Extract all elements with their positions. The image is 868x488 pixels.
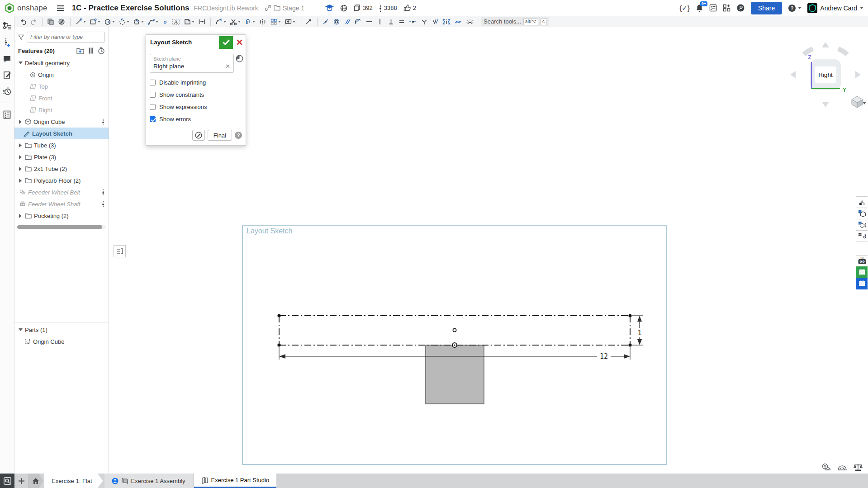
copies-stat[interactable]: 392 xyxy=(354,5,373,11)
final-button[interactable]: Final xyxy=(208,130,232,141)
option-disable-imprinting[interactable]: Disable imprinting xyxy=(146,76,246,89)
sketch-settings-tool[interactable] xyxy=(57,18,67,26)
origin-cube-section[interactable] xyxy=(426,345,484,404)
feature-row-origin-cube[interactable]: Origin Cube xyxy=(14,116,109,128)
feature-row-2x1-tube-folder[interactable]: 2x1 Tube (2) xyxy=(14,163,109,175)
apps-grid-icon[interactable] xyxy=(723,4,730,12)
perpendicular-constraint[interactable] xyxy=(386,18,396,26)
circle-tool[interactable] xyxy=(103,18,116,26)
feature-row-origin[interactable]: Origin xyxy=(14,69,109,81)
panel-toggle-button[interactable] xyxy=(114,245,126,257)
custom-tables-icon[interactable] xyxy=(2,109,12,120)
measure-tool[interactable] xyxy=(304,18,314,26)
rollback-clock-icon[interactable] xyxy=(98,47,105,54)
option-show-expressions[interactable]: Show expressions xyxy=(146,101,246,113)
point-tool[interactable] xyxy=(161,18,170,26)
vertical-constraint[interactable] xyxy=(375,18,385,26)
rollback-clock-icon[interactable] xyxy=(236,55,243,62)
sketch-geometry[interactable]: 12 1 xyxy=(243,226,666,464)
tab-exercise-1-assembly[interactable]: Exercise 1 Assembly xyxy=(104,474,193,488)
sketch-pattern-constraint[interactable] xyxy=(441,18,452,26)
horizontal-scrollbar[interactable] xyxy=(17,225,106,229)
feature-row-tube-folder[interactable]: Tube (3) xyxy=(14,139,109,151)
checkbox[interactable] xyxy=(150,116,156,122)
height-dimension-value[interactable]: 1 xyxy=(637,329,641,337)
feature-menu-dots[interactable] xyxy=(102,201,104,207)
feature-row-front-plane[interactable]: Front xyxy=(14,92,109,104)
part-row-origin-cube[interactable]: Origin Cube xyxy=(14,336,109,347)
normal-constraint[interactable] xyxy=(430,18,440,26)
line-tool[interactable] xyxy=(74,18,87,26)
green-handbook-icon[interactable] xyxy=(856,266,868,278)
configurations-icon[interactable] xyxy=(3,37,12,48)
view-cube-menu[interactable] xyxy=(852,96,866,108)
redo-button[interactable] xyxy=(29,18,39,26)
parts-header-row[interactable]: Parts (1) xyxy=(14,324,109,336)
coincident-constraint[interactable] xyxy=(321,18,331,26)
mirror-tool[interactable] xyxy=(257,18,268,26)
custom-feature-icon[interactable]: {✓} xyxy=(679,4,690,12)
slot-tool[interactable] xyxy=(197,18,207,26)
undo-button[interactable] xyxy=(18,18,28,26)
notifications-button[interactable]: 9+ xyxy=(696,4,703,12)
dialog-help-icon[interactable]: ? xyxy=(235,132,242,139)
location-label[interactable]: Stage 1 xyxy=(283,5,304,12)
share-button[interactable]: Share xyxy=(751,2,782,14)
feature-row-pocketing-folder[interactable]: Pocketing (2) xyxy=(14,210,109,222)
feature-row-plate-folder[interactable]: Plate (3) xyxy=(14,151,109,163)
checkbox[interactable] xyxy=(150,80,156,85)
ellipse-tool[interactable] xyxy=(117,18,131,26)
accept-button[interactable] xyxy=(219,36,233,49)
width-dimension-value[interactable]: 12 xyxy=(600,352,608,360)
comments-stat[interactable]: 3388 xyxy=(379,5,397,12)
tangent-constraint[interactable] xyxy=(353,18,363,26)
globe-icon[interactable] xyxy=(340,5,347,12)
user-menu[interactable]: Andrew Card xyxy=(807,3,863,13)
graduation-cap-icon[interactable] xyxy=(325,5,334,11)
midpoint-constraint[interactable] xyxy=(408,18,418,26)
suppress-pause-icon[interactable] xyxy=(89,47,93,54)
edit-sketch-button[interactable] xyxy=(192,130,205,141)
new-folder-icon[interactable] xyxy=(76,47,84,54)
feature-row-polycarb-floor-folder[interactable]: Polycarb Floor (2) xyxy=(14,175,109,186)
versions-graph-icon[interactable] xyxy=(2,21,13,31)
link-icon[interactable] xyxy=(265,5,271,11)
onshape-logo[interactable]: onshape xyxy=(5,3,47,13)
feature-row-layout-sketch[interactable]: Layout Sketch xyxy=(14,128,109,139)
part-table-panel-icon[interactable] xyxy=(856,208,868,219)
variables-table-panel-icon[interactable] xyxy=(856,219,868,231)
rectangle-tool[interactable] xyxy=(88,18,102,26)
protractor-icon[interactable] xyxy=(837,463,847,471)
text-tool[interactable]: A xyxy=(171,18,181,26)
home-tab-button[interactable] xyxy=(28,474,43,488)
polygon-tool[interactable] xyxy=(132,18,145,26)
sketch-plane-field[interactable]: Sketch plane Right plane ✕ xyxy=(150,54,234,73)
trim-tool[interactable] xyxy=(228,18,242,26)
notes-icon[interactable] xyxy=(2,70,12,80)
close-button[interactable] xyxy=(233,36,246,49)
show-constraints-toggle[interactable] xyxy=(465,18,475,26)
filter-input[interactable] xyxy=(27,32,105,43)
feature-row-top-plane[interactable]: Top xyxy=(14,81,109,92)
sketch-origin-point[interactable] xyxy=(452,343,457,347)
use-convert-tool[interactable] xyxy=(182,18,196,26)
view-cube-face-label[interactable]: Right xyxy=(818,71,833,78)
construction-toggle[interactable] xyxy=(453,18,464,26)
sketch-point[interactable] xyxy=(453,328,456,332)
tape-measure-icon[interactable] xyxy=(821,463,831,471)
feature-row-right-plane[interactable]: Right xyxy=(14,104,109,116)
appearance-panel-icon[interactable] xyxy=(856,196,868,208)
help-menu[interactable]: ? xyxy=(788,4,802,12)
ai-assistant-icon[interactable] xyxy=(736,4,745,12)
hamburger-icon[interactable] xyxy=(57,5,65,11)
history-icon[interactable] xyxy=(2,86,12,96)
task-list-icon[interactable] xyxy=(709,4,717,12)
option-show-constraints[interactable]: Show constraints xyxy=(146,89,246,101)
blue-handbook-icon[interactable] xyxy=(856,278,868,289)
equal-constraint[interactable] xyxy=(397,18,407,26)
search-tabs-button[interactable] xyxy=(0,474,14,488)
comments-icon[interactable] xyxy=(2,54,12,64)
mass-properties-icon[interactable] xyxy=(854,463,863,471)
feature-menu-dots[interactable] xyxy=(102,189,104,195)
checkbox[interactable] xyxy=(150,92,156,98)
